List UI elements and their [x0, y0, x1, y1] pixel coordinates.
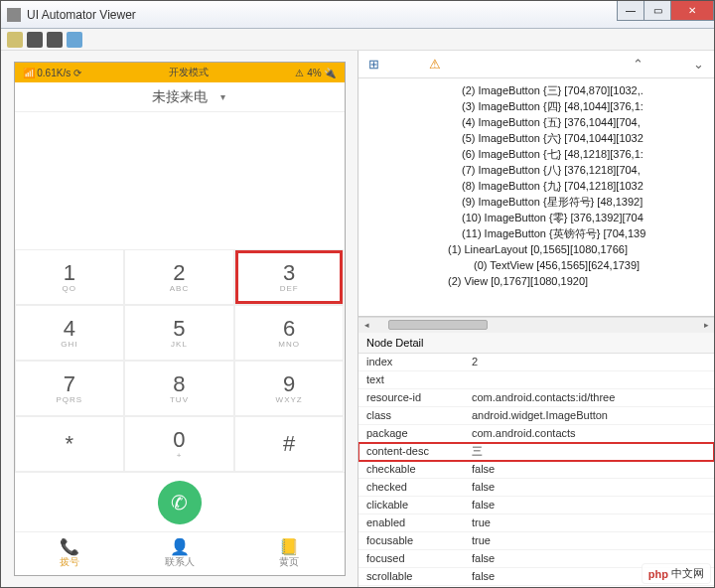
key-number: 6 — [283, 318, 295, 340]
tree-scrollbar[interactable]: ◂ ▸ — [358, 317, 714, 333]
tree-node[interactable]: (3) ImageButton {四} [48,1044][376,1: — [364, 98, 714, 114]
header-title: 未接来电 — [152, 88, 208, 106]
hierarchy-tree[interactable]: (2) ImageButton {三} [704,870][1032,.(3) … — [358, 78, 714, 317]
tab-icon: 👤 — [170, 539, 190, 555]
dialkey-6[interactable]: 6MNO — [234, 305, 345, 361]
dialkey-1[interactable]: 1QO — [15, 249, 125, 305]
detail-row-class[interactable]: classandroid.widget.ImageButton — [358, 407, 714, 425]
key-number: 9 — [283, 373, 295, 395]
node-detail-title: Node Detail — [358, 333, 714, 354]
watermark: php 中文网 — [642, 563, 711, 584]
collapse-down-icon[interactable]: ⌄ — [693, 57, 704, 72]
detail-row-focusable[interactable]: focusabletrue — [358, 532, 714, 550]
tree-node[interactable]: (1) LinearLayout [0,1565][1080,1766] — [364, 241, 714, 257]
collapse-up-icon[interactable]: ⌃ — [633, 57, 644, 72]
detail-value: false — [468, 461, 714, 478]
key-number: 2 — [173, 262, 185, 284]
titlebar: UI Automator Viewer — ▭ ✕ — [1, 1, 714, 29]
tree-node[interactable]: (7) ImageButton {八} [376,1218][704, — [364, 162, 714, 178]
key-sub: GHI — [61, 340, 77, 349]
dialkey-7[interactable]: 7PQRS — [15, 361, 125, 416]
toolbar — [1, 29, 714, 51]
open-icon[interactable] — [7, 32, 23, 48]
device-screenshot[interactable]: 📶 0.61K/s ⟳ 开发模式 ⚠ 4% 🔌 未接来电 ▾ 1QO2ABC3D… — [14, 62, 346, 576]
tab-icon: 📒 — [279, 539, 299, 555]
dialkey-4[interactable]: 4GHI — [15, 305, 125, 361]
dump-icon[interactable] — [47, 32, 63, 48]
detail-row-resource-id[interactable]: resource-idcom.android.contacts:id/three — [358, 389, 714, 407]
call-button[interactable]: ✆ — [158, 481, 202, 524]
tree-toolbar: ⊞ ⚠ ⌃ ⌄ — [358, 51, 714, 78]
key-number: 8 — [173, 373, 185, 395]
detail-key: clickable — [358, 497, 468, 514]
tree-node[interactable]: (0) TextView [456,1565][624,1739] — [364, 257, 714, 273]
detail-value: true — [468, 532, 714, 549]
dialkey-2[interactable]: 2ABC — [124, 249, 234, 305]
dialkey-8[interactable]: 8TUV — [124, 361, 234, 416]
tab-黄页[interactable]: 📒黄页 — [234, 532, 345, 575]
dialkey-#[interactable]: # — [234, 416, 345, 472]
dialkey-5[interactable]: 5JKL — [124, 305, 234, 361]
watermark-brand: php — [648, 568, 668, 580]
key-sub: JKL — [171, 340, 188, 349]
tree-node[interactable]: (10) ImageButton {零} [376,1392][704 — [364, 210, 714, 225]
detail-value — [468, 371, 714, 388]
status-left: 📶 0.61K/s ⟳ — [23, 68, 81, 78]
close-button[interactable]: ✕ — [670, 1, 714, 21]
detail-value: 2 — [468, 354, 714, 370]
save-icon[interactable] — [67, 32, 82, 48]
watermark-text: 中文网 — [671, 566, 704, 581]
detail-row-long-clickable[interactable]: long-clickabletrue — [358, 586, 714, 587]
dialkey-3[interactable]: 3DEF — [234, 249, 345, 305]
key-sub: ABC — [170, 284, 189, 293]
call-log-area — [15, 112, 345, 249]
detail-row-index[interactable]: index2 — [358, 354, 714, 371]
scroll-thumb[interactable] — [388, 320, 488, 330]
tab-label: 联系人 — [165, 555, 195, 569]
status-bar: 📶 0.61K/s ⟳ 开发模式 ⚠ 4% 🔌 — [15, 63, 345, 82]
phone-header: 未接来电 ▾ — [15, 82, 345, 112]
detail-row-clickable[interactable]: clickablefalse — [358, 497, 714, 514]
detail-value: false — [468, 479, 714, 496]
minimize-button[interactable]: — — [617, 1, 644, 21]
key-number: 5 — [173, 318, 185, 340]
expand-icon[interactable]: ⊞ — [368, 57, 379, 72]
tree-node[interactable]: (9) ImageButton {星形符号} [48,1392] — [364, 194, 714, 210]
scroll-left-icon[interactable]: ◂ — [358, 318, 374, 333]
key-sub: + — [177, 451, 183, 460]
detail-row-checked[interactable]: checkedfalse — [358, 479, 714, 497]
scroll-right-icon[interactable]: ▸ — [698, 318, 714, 333]
detail-value: true — [468, 514, 714, 531]
detail-row-content-desc[interactable]: content-desc三 — [358, 443, 714, 461]
detail-row-checkable[interactable]: checkablefalse — [358, 461, 714, 479]
dialkey-*[interactable]: * — [15, 416, 125, 472]
detail-row-package[interactable]: packagecom.android.contacts — [358, 425, 714, 443]
tree-node[interactable]: (6) ImageButton {七} [48,1218][376,1: — [364, 146, 714, 162]
node-detail-table[interactable]: index2textresource-idcom.android.contact… — [358, 354, 714, 587]
detail-key: index — [358, 354, 468, 370]
warning-icon[interactable]: ⚠ — [429, 57, 441, 72]
tree-node[interactable]: (2) View [0,1767][1080,1920] — [364, 273, 714, 289]
dialkey-9[interactable]: 9WXYZ — [234, 361, 345, 416]
tree-node[interactable]: (4) ImageButton {五} [376,1044][704, — [364, 114, 714, 130]
key-sub: MNO — [278, 340, 300, 349]
detail-value: true — [468, 586, 714, 587]
tree-node[interactable]: (5) ImageButton {六} [704,1044][1032 — [364, 130, 714, 146]
detail-key: text — [358, 371, 468, 388]
detail-row-enabled[interactable]: enabledtrue — [358, 514, 714, 532]
maximize-button[interactable]: ▭ — [644, 1, 671, 21]
dialkey-0[interactable]: 0+ — [124, 416, 234, 472]
tab-label: 黄页 — [279, 555, 299, 569]
tree-node[interactable]: (11) ImageButton {英镑符号} [704,139 — [364, 225, 714, 241]
tree-node[interactable]: (8) ImageButton {九} [704,1218][1032 — [364, 178, 714, 194]
key-number: 1 — [64, 262, 75, 284]
device-icon[interactable] — [27, 32, 43, 48]
tree-node[interactable]: (2) ImageButton {三} [704,870][1032,. — [364, 82, 714, 98]
detail-key: long-clickable — [358, 586, 468, 587]
detail-row-text[interactable]: text — [358, 371, 714, 389]
tab-拨号[interactable]: 📞拨号 — [15, 532, 125, 575]
key-sub: QO — [63, 284, 76, 293]
key-number: 0 — [173, 429, 185, 451]
tab-联系人[interactable]: 👤联系人 — [124, 532, 234, 575]
key-number: # — [283, 433, 295, 455]
